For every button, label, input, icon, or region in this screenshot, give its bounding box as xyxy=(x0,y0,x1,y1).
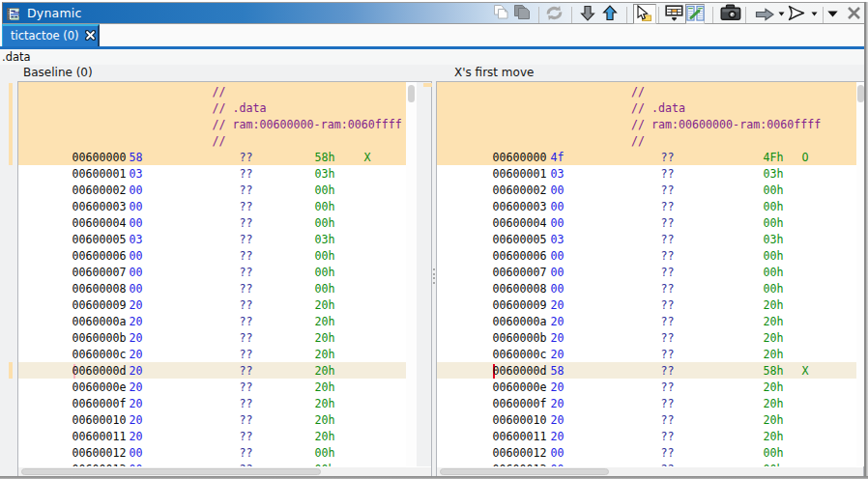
bytes-field[interactable]: 20 xyxy=(130,363,143,380)
address-field[interactable]: 0060000d xyxy=(493,363,547,380)
operand-field[interactable]: 20h xyxy=(764,297,784,314)
operand-field[interactable]: 58h xyxy=(764,363,784,380)
operand-field[interactable]: 00h xyxy=(764,445,784,462)
operand-field[interactable]: 20h xyxy=(315,363,335,380)
bytes-field[interactable]: 20 xyxy=(130,429,143,445)
address-field[interactable]: 0060000b xyxy=(493,330,547,347)
ascii-field[interactable]: X xyxy=(802,363,809,380)
mnemonic-field[interactable]: ?? xyxy=(661,199,675,215)
bytes-field[interactable]: 20 xyxy=(130,330,143,347)
address-field[interactable]: 00600001 xyxy=(72,166,127,183)
comment-line[interactable]: // ram:00600000-ram:0060ffff xyxy=(437,117,856,133)
mnemonic-field[interactable]: ?? xyxy=(661,265,675,281)
listing-row[interactable]: 0060001020??20h xyxy=(437,412,856,429)
horizontal-scrollbar-thumb[interactable] xyxy=(21,468,321,475)
comment-line[interactable]: // xyxy=(18,133,406,150)
go-down-button[interactable] xyxy=(580,5,595,21)
listing-row[interactable]: 0060001020??20h xyxy=(18,412,406,429)
listing-row[interactable]: 0060001300??00h xyxy=(18,462,406,466)
address-field[interactable]: 0060000c xyxy=(72,347,127,363)
listing-row[interactable]: 0060000e20??20h xyxy=(18,380,406,396)
overview-margin[interactable] xyxy=(417,82,432,466)
mnemonic-field[interactable]: ?? xyxy=(240,281,253,297)
listing-row[interactable]: 0060001200??00h xyxy=(437,445,856,462)
listing-row[interactable]: 0060000300??00h xyxy=(437,199,856,215)
listing-row[interactable]: 0060000a20??20h xyxy=(18,314,406,330)
listing-row[interactable]: 0060000c20??20h xyxy=(437,347,856,363)
operand-field[interactable]: 00h xyxy=(764,248,784,265)
address-field[interactable]: 00600008 xyxy=(493,281,547,297)
track-location-menu-button[interactable] xyxy=(787,5,806,21)
operand-field[interactable]: 20h xyxy=(764,380,784,396)
mnemonic-field[interactable]: ?? xyxy=(240,396,253,412)
bytes-field[interactable]: 58 xyxy=(130,150,143,166)
listing-row[interactable]: 0060000f20??20h xyxy=(437,396,856,412)
bytes-field[interactable]: 20 xyxy=(130,347,143,363)
bytes-field[interactable]: 00 xyxy=(130,199,143,215)
mnemonic-field[interactable]: ?? xyxy=(240,412,253,429)
address-field[interactable]: 0060000e xyxy=(72,380,127,396)
copy-button[interactable] xyxy=(492,4,508,20)
address-field[interactable]: 00600002 xyxy=(72,183,127,199)
mnemonic-field[interactable]: ?? xyxy=(661,363,675,380)
bytes-field[interactable]: 20 xyxy=(130,412,143,429)
mnemonic-field[interactable]: ?? xyxy=(240,297,253,314)
mnemonic-field[interactable]: ?? xyxy=(661,166,675,183)
mnemonic-field[interactable]: ?? xyxy=(661,150,675,166)
address-field[interactable]: 00600010 xyxy=(493,412,547,429)
operand-field[interactable]: 03h xyxy=(764,166,784,183)
address-field[interactable]: 00600007 xyxy=(72,265,127,281)
bytes-field[interactable]: 00 xyxy=(551,281,564,297)
operand-field[interactable]: 20h xyxy=(315,396,335,412)
bytes-field[interactable]: 20 xyxy=(551,412,564,429)
address-field[interactable]: 00600004 xyxy=(493,215,547,232)
listing-row[interactable]: 0060000103??03h xyxy=(18,166,406,183)
bytes-field[interactable]: 00 xyxy=(551,462,564,466)
mnemonic-field[interactable]: ?? xyxy=(661,445,675,462)
mnemonic-field[interactable]: ?? xyxy=(240,429,253,445)
tab-tictactoe[interactable]: tictactoe (0) xyxy=(2,24,100,46)
mnemonic-field[interactable]: ?? xyxy=(661,396,675,412)
mnemonic-field[interactable]: ?? xyxy=(661,347,675,363)
operand-field[interactable]: 20h xyxy=(764,314,784,330)
mnemonic-field[interactable]: ?? xyxy=(240,445,253,462)
bytes-field[interactable]: 20 xyxy=(551,429,564,445)
listing-row[interactable]: 0060000600??00h xyxy=(18,248,406,265)
bytes-field[interactable]: 20 xyxy=(551,347,564,363)
mnemonic-field[interactable]: ?? xyxy=(240,248,253,265)
listing-row[interactable]: 0060000400??00h xyxy=(437,215,856,232)
go-up-button[interactable] xyxy=(602,5,618,21)
operand-field[interactable]: 20h xyxy=(315,347,335,363)
address-field[interactable]: 0060000a xyxy=(493,314,547,330)
operand-field[interactable]: 20h xyxy=(764,347,784,363)
listing-row[interactable]: 0060000a20??20h xyxy=(437,314,856,330)
mnemonic-field[interactable]: ?? xyxy=(240,363,253,380)
chevron-down-icon[interactable] xyxy=(778,12,785,16)
listing-viewport[interactable]: //// .data// ram:00600000-ram:0060ffff//… xyxy=(437,82,856,466)
ascii-field[interactable]: O xyxy=(802,150,809,166)
mnemonic-field[interactable]: ?? xyxy=(240,380,253,396)
listing-row[interactable]: 0060000800??00h xyxy=(437,281,856,297)
address-field[interactable]: 00600005 xyxy=(493,232,547,248)
close-button[interactable] xyxy=(847,6,861,20)
goto-menu-button[interactable] xyxy=(755,8,775,21)
operand-field[interactable]: 03h xyxy=(315,232,335,248)
mnemonic-field[interactable]: ?? xyxy=(661,183,675,199)
mnemonic-field[interactable]: ?? xyxy=(661,380,675,396)
bytes-field[interactable]: 20 xyxy=(130,297,143,314)
address-field[interactable]: 00600000 xyxy=(72,150,127,166)
bytes-field[interactable]: 20 xyxy=(551,396,564,412)
vertical-scrollbar-thumb[interactable] xyxy=(857,85,864,102)
bytes-field[interactable]: 20 xyxy=(551,380,564,396)
listing-row[interactable]: 0060000c20??20h xyxy=(18,347,406,363)
operand-field[interactable]: 03h xyxy=(764,232,784,248)
listing-row[interactable]: 0060000e20??20h xyxy=(437,380,856,396)
listing-row[interactable]: 0060000b20??20h xyxy=(18,330,406,347)
bytes-field[interactable]: 00 xyxy=(130,445,143,462)
operand-field[interactable]: 00h xyxy=(315,281,335,297)
listing-row[interactable]: 0060000503??03h xyxy=(18,232,406,248)
address-field[interactable]: 00600012 xyxy=(493,445,547,462)
mnemonic-field[interactable]: ?? xyxy=(661,330,675,347)
operand-field[interactable]: 00h xyxy=(315,462,335,466)
bytes-field[interactable]: 00 xyxy=(551,215,564,232)
